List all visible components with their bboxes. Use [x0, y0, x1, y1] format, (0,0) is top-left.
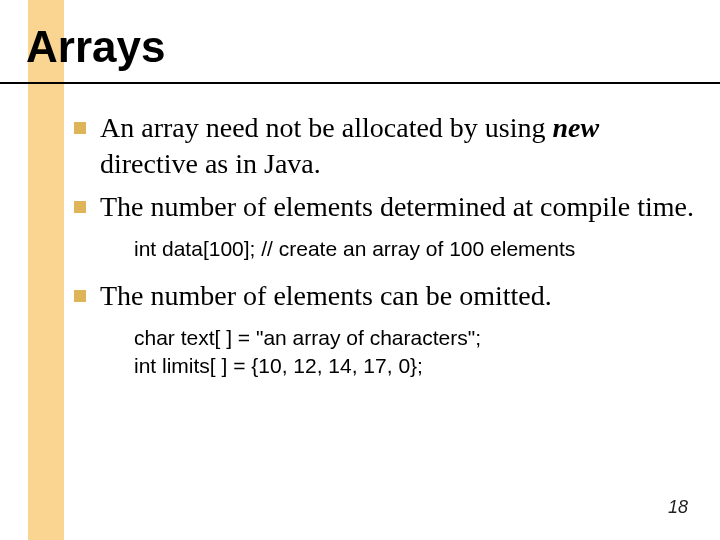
bullet-pre: The number of elements determined at com… — [100, 191, 694, 222]
square-bullet-icon — [74, 201, 86, 213]
bullet-item: The number of elements can be omitted. — [74, 278, 694, 314]
bullet-item: The number of elements determined at com… — [74, 189, 694, 225]
keyword-new: new — [553, 112, 600, 143]
bullet-item: An array need not be allocated by using … — [74, 110, 694, 183]
slide-content: An array need not be allocated by using … — [74, 110, 694, 395]
bullet-pre: The number of elements can be omitted. — [100, 280, 552, 311]
square-bullet-icon — [74, 122, 86, 134]
accent-band — [28, 0, 64, 540]
square-bullet-icon — [74, 290, 86, 302]
code-example-1: int data[100]; // create an array of 100… — [134, 235, 694, 263]
title-underline — [0, 82, 720, 84]
bullet-text: The number of elements determined at com… — [100, 189, 694, 225]
bullet-text: An array need not be allocated by using … — [100, 110, 694, 183]
bullet-pre: An array need not be allocated by using — [100, 112, 553, 143]
bullet-text: The number of elements can be omitted. — [100, 278, 552, 314]
slide-title: Arrays — [26, 22, 165, 72]
page-number: 18 — [668, 497, 688, 518]
code-example-2: char text[ ] = "an array of characters";… — [134, 324, 694, 381]
bullet-post: directive as in Java. — [100, 148, 321, 179]
code-line: int limits[ ] = {10, 12, 14, 17, 0}; — [134, 352, 694, 380]
code-line: int data[100]; // create an array of 100… — [134, 235, 694, 263]
code-line: char text[ ] = "an array of characters"; — [134, 324, 694, 352]
